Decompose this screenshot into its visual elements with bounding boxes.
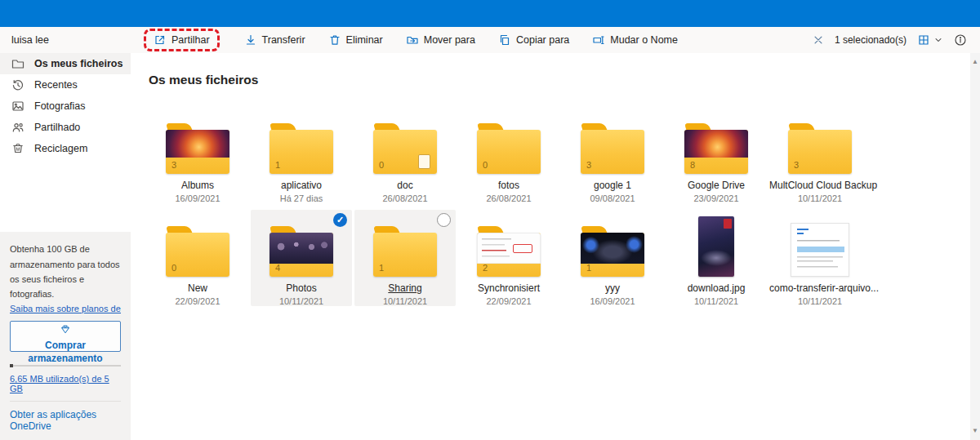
selection-circle-icon[interactable] [437, 213, 451, 227]
trash-icon [328, 33, 341, 47]
tile-fotos[interactable]: 0 fotos 26/08/2021 [458, 107, 559, 203]
toolbar-actions: Partilhar Transferir Eliminar Mover para [144, 29, 813, 51]
recycle-bin-icon [11, 142, 24, 155]
sidebar-item-recycle-bin[interactable]: Reciclagem [0, 138, 131, 159]
move-to-button[interactable]: Mover para [404, 32, 477, 48]
storage-quota-used [10, 364, 13, 367]
scroll-down-icon[interactable]: ▼ [970, 425, 980, 437]
folder-icon: 4 [270, 226, 333, 277]
tile-name: google 1 [562, 180, 663, 191]
view-options-button[interactable] [917, 33, 943, 47]
tile-yyy[interactable]: 1 yyy 16/09/2021 [562, 210, 663, 306]
tile-date: 10/11/2021 [769, 193, 871, 203]
info-button[interactable] [954, 33, 967, 47]
item-count: 0 [172, 263, 176, 273]
scroll-up-icon[interactable]: ▲ [970, 56, 980, 68]
storage-plans-link[interactable]: Saiba mais sobre planos de armazenamento [10, 304, 121, 313]
gem-icon [60, 323, 71, 335]
file-browser: Os meus ficheiros 3 Albums 16/09/2021 1 … [131, 53, 980, 440]
item-count: 0 [483, 160, 488, 170]
buy-storage-button[interactable]: Comprar armazenamento [10, 321, 121, 352]
selection-count: 1 selecionado(s) [835, 34, 906, 46]
tile-name: Google Drive [666, 180, 767, 191]
download-icon [244, 33, 257, 47]
tile-sharing[interactable]: 1 Sharing 10/11/2021 [354, 210, 456, 306]
get-onedrive-apps-link[interactable]: Obter as aplicações OneDrive [10, 401, 121, 432]
folder-thumbnail [477, 233, 541, 264]
tile-name: MultCloud Cloud Backup [769, 180, 871, 191]
tile-name: aplicativo [251, 180, 352, 191]
share-button[interactable]: Partilhar [144, 29, 220, 51]
sidebar-item-recent[interactable]: Recentes [0, 74, 131, 96]
grid-view-icon [917, 33, 930, 47]
tile-date: 10/11/2021 [354, 296, 456, 306]
tile-synchronisiert[interactable]: 2 Synchronisiert 22/09/2021 [458, 210, 559, 306]
tile-aplicativo[interactable]: 1 aplicativo Há 27 dias [251, 107, 352, 203]
copy-to-icon [498, 33, 511, 47]
share-icon [154, 33, 167, 47]
item-count: 1 [379, 263, 384, 273]
tile-date: 26/08/2021 [458, 193, 559, 203]
tile-name: Photos [251, 282, 352, 294]
toolbar-right: 1 selecionado(s) [813, 33, 980, 47]
download-button[interactable]: Transferir [243, 32, 307, 48]
tile-name: New [147, 282, 248, 294]
promo-message: Obtenha 100 GB de armazenamento para tod… [10, 242, 121, 301]
tile-photos[interactable]: ✓ 4 Photos 10/11/2021 [251, 210, 352, 306]
tile-doc[interactable]: 0 doc 26/08/2021 [354, 107, 456, 203]
item-count: 8 [690, 160, 695, 170]
tile-date: 09/08/2021 [562, 193, 663, 203]
folder-icon: 0 [477, 123, 541, 174]
folder-thumbnail [270, 233, 333, 264]
tile-como-transferir[interactable]: como-transferir-arquivo... 10/11/2021 [769, 210, 871, 306]
sidebar-item-shared[interactable]: Partilhado [0, 117, 131, 138]
document-badge-icon [418, 154, 430, 169]
page-title: Os meus ficheiros [149, 73, 980, 87]
tile-name: Albums [147, 180, 248, 191]
tile-row: 3 Albums 16/09/2021 1 aplicativo Há 27 d… [147, 107, 980, 203]
tile-name: download.jpg [666, 282, 767, 294]
tile-date: 23/09/2021 [666, 193, 767, 203]
storage-promo: Obtenha 100 GB de armazenamento para tod… [0, 232, 131, 440]
rename-button[interactable]: Mudar o Nome [590, 32, 679, 48]
suite-header-bar [0, 0, 980, 27]
folder-icon [11, 57, 24, 70]
tile-name: yyy [562, 282, 663, 294]
account-name: luisa lee [0, 34, 131, 46]
move-to-icon [406, 33, 419, 47]
tile-date: 26/08/2021 [354, 193, 456, 203]
vertical-scrollbar[interactable]: ▲ ▼ [970, 53, 980, 440]
onedrive-window: luisa lee Partilhar Transferir Eliminar [0, 0, 980, 440]
copy-to-button[interactable]: Copiar para [497, 32, 571, 48]
sidebar-item-my-files[interactable]: Os meus ficheiros [0, 53, 131, 74]
image-thumbnail [698, 216, 734, 277]
delete-button[interactable]: Eliminar [327, 32, 385, 48]
folder-icon: 1 [581, 226, 644, 277]
item-count: 1 [275, 160, 280, 170]
item-count: 3 [794, 160, 799, 170]
tile-date: 10/11/2021 [251, 296, 352, 306]
tile-google-1[interactable]: 3 google 1 09/08/2021 [562, 107, 663, 203]
item-count: 0 [379, 160, 384, 170]
folder-thumbnail [581, 233, 644, 264]
clear-selection-button[interactable] [813, 34, 824, 46]
folder-icon: 1 [373, 226, 437, 277]
storage-usage-link[interactable]: 6,65 MB utilizado(s) de 5 GB [10, 374, 121, 393]
sidebar-item-photos[interactable]: Fotografias [0, 96, 131, 117]
document-thumbnail [791, 223, 849, 277]
tile-date: 22/09/2021 [458, 296, 559, 306]
tile-name: doc [354, 180, 456, 191]
folder-icon: 2 [477, 226, 541, 277]
tile-albums[interactable]: 3 Albums 16/09/2021 [147, 107, 248, 203]
tile-download-jpg[interactable]: download.jpg 10/11/2021 [666, 210, 767, 306]
selected-check-icon[interactable]: ✓ [333, 213, 347, 227]
history-icon [11, 78, 24, 91]
tile-new[interactable]: 0 New 22/09/2021 [147, 210, 248, 306]
tile-google-drive[interactable]: 8 Google Drive 23/09/2021 [666, 107, 767, 203]
item-count: 3 [172, 160, 176, 170]
folder-icon: 8 [684, 123, 748, 174]
tile-multcloud-backup[interactable]: 3 MultCloud Cloud Backup 10/11/2021 [769, 107, 871, 203]
people-icon [11, 121, 24, 134]
tile-name: Sharing [354, 282, 456, 294]
tile-date: 10/11/2021 [666, 296, 767, 306]
